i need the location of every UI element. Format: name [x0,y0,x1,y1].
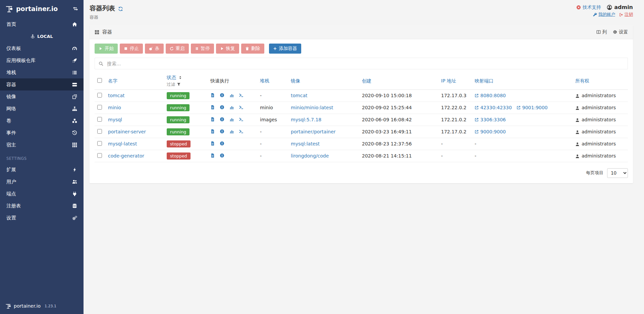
search-input[interactable] [106,61,624,67]
console-action[interactable] [239,117,244,122]
logs-action[interactable] [210,153,215,158]
image-link[interactable]: lirongdong/code [291,153,329,159]
state-filter[interactable]: 过滤 [167,82,206,87]
table-settings-link[interactable]: 设置 [613,29,628,35]
quick-actions-header: 快速执行 [208,73,258,89]
inspect-action[interactable] [220,141,224,146]
select-all-checkbox[interactable] [97,78,102,83]
stats-action[interactable] [229,105,234,110]
sidebar-item-images[interactable]: 镜像 [0,90,84,103]
footer-brand-name: portainer.io [14,303,41,309]
logout-link[interactable]: 注销 [619,12,633,17]
sidebar-item-host[interactable]: 宿主 [0,139,84,151]
row-checkbox[interactable] [97,117,102,122]
console-action[interactable] [239,129,244,134]
row-checkbox[interactable] [97,105,102,110]
cubes-icon [72,118,77,123]
sidebar-item-app-templates[interactable]: 应用模板仓库 [0,54,84,66]
image-link[interactable]: minio/minio:latest [291,105,333,110]
logs-action[interactable] [210,141,215,146]
inspect-action[interactable] [220,105,224,110]
pause-button[interactable]: 暂停 [191,44,214,54]
sidebar-item-settings[interactable]: 设置 [0,212,84,224]
container-name-link[interactable]: tomcat [108,93,124,98]
sidebar-toggle[interactable] [73,6,78,11]
logs-file-icon [210,129,215,134]
sort-by-image[interactable]: 镜像 [291,78,300,83]
console-action[interactable] [239,93,244,98]
logs-action[interactable] [210,117,215,122]
restart-button[interactable]: 重启 [166,44,189,54]
port-link[interactable]: 9001:9000 [517,105,548,110]
plus-icon [273,47,277,51]
sort-by-ports[interactable]: 映射端口 [475,78,493,83]
port-link[interactable]: 42330:42330 [475,105,512,110]
logs-action[interactable] [210,105,215,110]
filter-icon [177,82,181,86]
sidebar-item-home[interactable]: 首页 [0,18,84,30]
inspect-action[interactable] [220,93,224,98]
sidebar-item-events[interactable]: 事件 [0,127,84,139]
sort-icon[interactable] [178,75,182,80]
stats-action[interactable] [229,93,234,98]
stats-action[interactable] [229,117,234,122]
image-link[interactable]: portainer/portainer [291,129,336,134]
sidebar-item-stacks[interactable]: 堆栈 [0,66,84,78]
start-button[interactable]: 开始 [95,44,118,54]
brand: portainer.io [0,0,84,17]
sort-by-state[interactable]: 状态 [167,75,176,81]
inspect-action[interactable] [220,153,224,158]
row-checkbox[interactable] [97,129,102,134]
status-badge: stopped [167,152,191,160]
image-link[interactable]: mysql:5.7.18 [291,117,321,122]
container-name-link[interactable]: mysql-latest [108,141,137,146]
created-cell: 2020-03-23 16:49:11 [360,126,439,138]
items-per-page-select[interactable]: 10 [607,168,628,178]
port-link[interactable]: 8080:8080 [475,93,506,98]
sort-by-ip[interactable]: IP 地址 [441,78,456,83]
stats-action[interactable] [229,129,234,134]
row-checkbox[interactable] [97,141,102,146]
pause-icon [195,47,199,51]
sidebar-item-containers[interactable]: 容器 [0,78,84,90]
sort-by-ownership[interactable]: 所有权 [575,78,589,83]
inspect-action[interactable] [220,117,224,122]
portainer-logo-icon [5,5,13,13]
inspect-action[interactable] [220,129,224,134]
sidebar-item-networks[interactable]: 网络 [0,103,84,115]
kill-button[interactable]: 杀 [145,44,164,54]
sidebar-item-endpoints[interactable]: 端点 [0,188,84,200]
image-link[interactable]: tomcat [291,93,307,98]
add-container-button[interactable]: 添加容器 [269,44,301,54]
sort-by-stack[interactable]: 堆栈 [260,78,269,83]
logs-action[interactable] [210,93,215,98]
stop-button[interactable]: 停止 [120,44,143,54]
row-checkbox[interactable] [97,153,102,158]
stack-cell: - [258,126,289,138]
sidebar-item-dashboard[interactable]: 仪表板 [0,42,84,54]
sitemap-icon [72,106,77,111]
support-link[interactable]: 技术支持 [576,4,601,10]
console-action[interactable] [239,105,244,110]
page-header: 容器列表 容器 技术支持 admin [84,0,644,22]
my-account-link[interactable]: 我的账户 [593,12,615,17]
sort-by-created[interactable]: 创建 [362,78,371,83]
container-name-link[interactable]: minio [108,105,121,110]
port-link[interactable]: 9000:9000 [475,129,506,134]
sort-by-name[interactable]: 名字 [108,78,117,83]
container-name-link[interactable]: code-generator [108,153,144,159]
row-checkbox[interactable] [97,93,102,98]
columns-settings-link[interactable]: 列 [596,29,607,35]
resume-button[interactable]: 恢复 [216,44,239,54]
port-link[interactable]: 3306:3306 [475,117,506,122]
sidebar-item-registries[interactable]: 注册表 [0,200,84,212]
sidebar-item-users[interactable]: 用户 [0,176,84,188]
image-link[interactable]: mysql:latest [291,141,320,146]
sidebar-item-extensions[interactable]: 扩展 [0,164,84,176]
remove-button[interactable]: 删除 [241,44,264,54]
logs-action[interactable] [210,129,215,134]
sidebar-item-volumes[interactable]: 卷 [0,115,84,127]
refresh-link[interactable] [118,5,123,12]
container-name-link[interactable]: mysql [108,117,122,122]
container-name-link[interactable]: portainer-server [108,129,146,134]
